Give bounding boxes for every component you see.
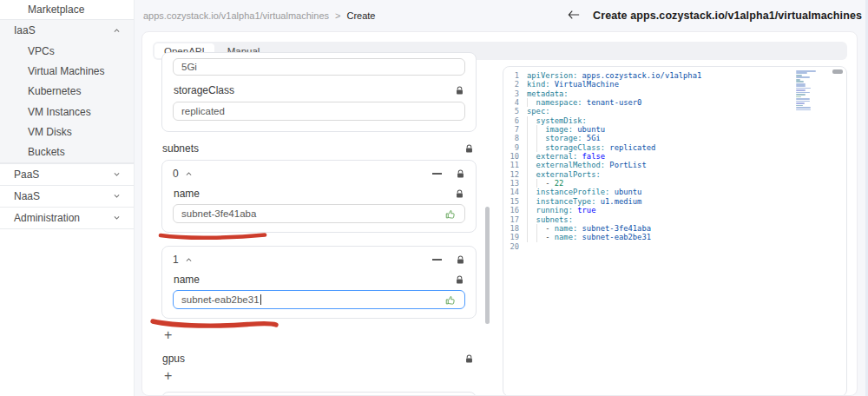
breadcrumb-current: Create [346,10,375,21]
code-line[interactable]: 12 externalPorts: [503,170,817,179]
sidebar: Marketplace IaaS VPCs Virtual Machines K… [0,0,135,396]
remove-item-icon[interactable] [432,168,443,179]
sidebar-groups: IaaS VPCs Virtual Machines Kubernetes VM… [0,19,134,229]
line-number: 2 [503,80,527,89]
sidebar-group-label: NaaS [14,190,40,202]
chevron-down-icon [113,27,121,35]
line-number: 5 [503,107,527,116]
chevron-down-icon [113,170,121,178]
collapse-chevron-icon[interactable] [185,170,193,178]
sidebar-group-label: Administration [14,212,80,224]
chevron-down-icon [113,214,121,221]
sidebar-item-kubernetes[interactable]: Kubernetes [0,82,134,102]
sidebar-item-vm-instances[interactable]: VM Instances [0,102,134,122]
lock-icon[interactable] [456,255,465,265]
sidebar-group-header[interactable]: IaaS [0,20,134,41]
top-header: apps.cozystack.io/v1alpha1/virtualmachin… [135,0,868,31]
field-label: name [174,188,200,200]
editor-minimap[interactable] [796,70,822,114]
lock-icon[interactable] [455,189,464,199]
line-number: 3 [503,89,527,98]
gpus-section-label: gpus [161,353,477,365]
storage-class-input[interactable]: replicated [173,102,465,121]
field-label: name [174,274,200,286]
code-line[interactable]: 6 systemDisk: [503,116,817,125]
lock-icon[interactable] [464,354,474,364]
sidebar-group-header[interactable]: Administration [0,208,134,228]
add-gpu-button[interactable]: + [161,369,179,382]
code-line[interactable]: 9 storageClass: replicated [503,143,817,152]
annotation-underline [158,230,267,241]
line-number: 9 [503,143,527,152]
breadcrumb: apps.cozystack.io/v1alpha1/virtualmachin… [143,10,375,21]
sidebar-item-vm-disks[interactable]: VM Disks [0,122,134,142]
subnet-index: 0 [173,168,179,180]
line-number: 4 [503,98,527,107]
code-line[interactable]: 20 [503,242,817,251]
line-number: 7 [503,125,527,134]
resources-card[interactable]: resources [161,392,477,396]
sidebar-group-header[interactable]: PaaS [0,164,134,185]
storage-input[interactable]: 5Gi [173,58,465,76]
lock-icon[interactable] [464,144,474,154]
line-number: 14 [503,188,527,196]
yaml-editor[interactable]: 1 apiVersion: apps.cozystack.io/v1alpha1… [503,66,847,396]
code-line[interactable]: 4 namespace: tenant-user0 [503,98,817,107]
line-number: 12 [503,170,527,179]
code-line[interactable]: 17 subnets: [503,215,817,224]
back-button[interactable] [568,8,580,23]
code-line[interactable]: 13 - 22 [503,179,817,188]
subnet-name-input[interactable]: subnet-eab2be31 [173,290,465,309]
main-panel: OpenAPI Manual 5Gi storageClass replicat… [141,31,858,396]
line-number: 19 [503,233,527,241]
sidebar-group-paas: PaaS [0,163,134,185]
code-line[interactable]: 15 instanceType: u1.medium [503,197,817,206]
code-line[interactable]: 8 storage: 5Gi [503,134,817,142]
code-area[interactable]: 1 apiVersion: apps.cozystack.io/v1alpha1… [503,71,817,251]
code-line[interactable]: 19 - name: subnet-eab2be31 [503,233,817,241]
code-line[interactable]: 11 externalMethod: PortList [503,161,817,169]
subnet-index: 1 [173,254,179,266]
lock-icon[interactable] [455,86,464,96]
sidebar-item-virtual-machines[interactable]: Virtual Machines [0,61,134,81]
lock-icon[interactable] [455,275,464,285]
code-line[interactable]: 18 - name: subnet-3fe41aba [503,224,817,233]
sidebar-group-iaas: IaaS VPCs Virtual Machines Kubernetes VM… [0,19,134,163]
form-scrollbar-thumb[interactable] [485,207,490,324]
code-line[interactable]: 2 kind: VirtualMachine [503,80,817,89]
subnet-list: 0 name subnet-3fe41aba [161,160,477,319]
subnet-item-card: 0 name subnet-3fe41aba [161,160,477,233]
openapi-form: 5Gi storageClass replicated subnets 0 [161,61,477,395]
subnet-item-card: 1 name subnet-eab2be31 [161,246,477,319]
sidebar-group-header[interactable]: NaaS [0,186,134,207]
add-subnet-button[interactable]: + [161,328,179,341]
code-line[interactable]: 1 apiVersion: apps.cozystack.io/v1alpha1 [503,71,817,80]
code-line[interactable]: 5 spec: [503,107,817,116]
breadcrumb-path[interactable]: apps.cozystack.io/v1alpha1/virtualmachin… [143,10,329,21]
arrow-left-icon [568,8,580,23]
line-number: 16 [503,206,527,214]
subnet-name-input[interactable]: subnet-3fe41aba [173,204,465,223]
lock-icon[interactable] [456,169,465,179]
line-number: 8 [503,134,527,142]
line-number: 11 [503,161,527,169]
code-line[interactable]: 16 running: true [503,206,817,214]
code-line[interactable]: 7 image: ubuntu [503,125,817,134]
code-line[interactable]: 3 metadata: [503,89,817,98]
chevron-down-icon [113,192,121,200]
remove-item-icon[interactable] [432,254,443,265]
editor-scrollbar-thumb[interactable] [832,69,843,74]
collapse-chevron-icon[interactable] [185,256,193,264]
code-line[interactable]: 14 instanceProfile: ubuntu [503,188,817,196]
sidebar-group-administration: Administration [0,207,134,229]
text-caret [260,294,261,305]
sidebar-group-label: PaaS [14,168,39,181]
line-number: 20 [503,242,527,251]
sidebar-item-buckets[interactable]: Buckets [0,142,134,162]
sidebar-item-marketplace[interactable]: Marketplace [0,0,134,19]
sidebar-group-naas: NaaS [0,185,134,207]
subnets-section-label: subnets [161,142,477,155]
code-line[interactable]: 10 external: false [503,152,817,161]
sidebar-item-vpcs[interactable]: VPCs [0,41,134,61]
page-title: Create apps.cozystack.io/v1alpha1/virtua… [593,10,862,22]
